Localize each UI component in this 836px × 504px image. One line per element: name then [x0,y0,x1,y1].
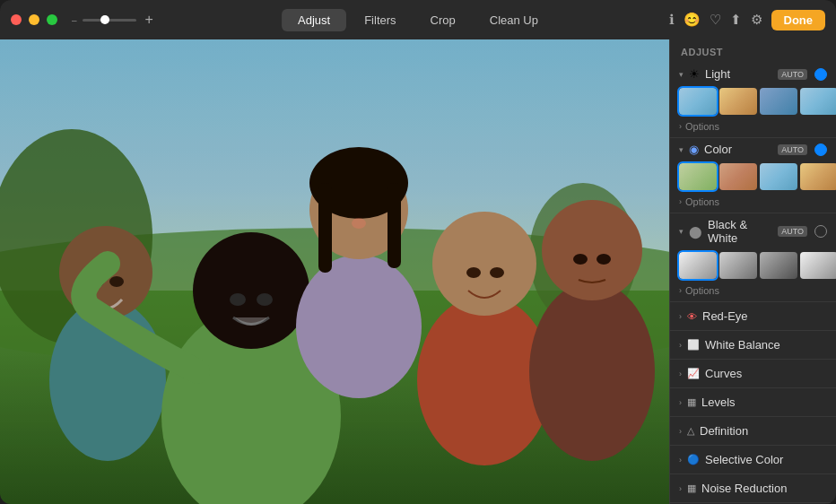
chevron-wb-icon: › [679,341,682,350]
bw-thumb-0[interactable] [679,252,717,279]
chevron-curves-icon: › [679,369,682,378]
light-thumb-3[interactable] [800,88,836,115]
color-title: Color [704,143,774,156]
options-arrow-icon: › [679,122,682,131]
tools-icon[interactable]: ⚙ [751,12,762,28]
zoom-out-icon: – [72,15,77,25]
light-thumb-1[interactable] [719,88,757,115]
done-button[interactable]: Done [771,10,826,30]
adj-section-light: ▾ ☀ Light AUTO › Options [670,63,836,138]
bw-thumb-3[interactable] [800,252,836,279]
color-options[interactable]: › Options [670,195,836,213]
titlebar: – + Adjust Filters Crop Clean Up ℹ 😊 ♡ ⬆… [0,0,836,39]
bw-thumbnails [670,249,836,283]
chevron-red-eye-icon: › [679,312,682,321]
zoom-slider-area[interactable]: – + [72,12,153,28]
minimize-button[interactable] [29,14,39,25]
zoom-track[interactable] [83,19,136,22]
adj-item-noise-reduction[interactable]: › ▦ Noise Reduction [670,474,836,503]
bw-toggle[interactable] [814,225,827,238]
svg-rect-27 [0,39,669,504]
zoom-in-button[interactable]: + [145,12,153,28]
emoji-icon[interactable]: 😊 [684,12,701,28]
adj-item-curves[interactable]: › 📈 Curves [670,360,836,388]
light-thumb-2[interactable] [760,88,797,115]
color-icon: ◉ [689,143,699,156]
tab-crop[interactable]: Crop [414,9,472,31]
color-options-label: Options [685,196,719,207]
adj-header-bw[interactable]: ▾ ⬤ Black & White AUTO [670,213,836,249]
selective-color-title: Selective Color [705,453,827,466]
color-auto-badge[interactable]: AUTO [778,144,807,155]
chevron-color-icon: ▾ [679,145,684,154]
traffic-lights [11,14,57,25]
adj-item-selective-color[interactable]: › 🔵 Selective Color [670,446,836,474]
adj-item-white-balance[interactable]: › ⬜ White Balance [670,331,836,360]
adj-header-light[interactable]: ▾ ☀ Light AUTO [670,63,836,85]
light-options[interactable]: › Options [670,119,836,137]
curves-title: Curves [705,367,827,380]
chevron-levels-icon: › [679,398,682,407]
panel-header: ADJUST [670,39,836,63]
adj-header-color[interactable]: ▾ ◉ Color AUTO [670,138,836,161]
adj-item-red-eye[interactable]: › 👁 Red-Eye [670,302,836,331]
chevron-nr-icon: › [679,484,682,493]
red-eye-icon: 👁 [687,311,697,322]
light-icon: ☀ [689,67,700,81]
right-panel: ADJUST ▾ ☀ Light AUTO [669,39,836,504]
tab-filters[interactable]: Filters [348,9,412,31]
tab-cleanup[interactable]: Clean Up [474,9,554,31]
tab-adjust[interactable]: Adjust [282,9,346,31]
adj-item-definition[interactable]: › △ Definition [670,417,836,446]
light-thumb-0[interactable] [679,88,717,115]
maximize-button[interactable] [47,14,57,25]
levels-title: Levels [701,395,827,409]
zoom-thumb[interactable] [100,15,109,24]
adj-section-color: ▾ ◉ Color AUTO › Options [670,138,836,213]
light-title: Light [705,67,774,81]
light-toggle[interactable] [814,68,827,81]
chevron-bw-icon: ▾ [679,227,684,236]
adj-item-levels[interactable]: › ▦ Levels [670,388,836,417]
adj-section-bw: ▾ ⬤ Black & White AUTO › Options [670,213,836,302]
bw-thumb-2[interactable] [760,252,797,279]
nav-tabs: Adjust Filters Crop Clean Up [282,9,554,31]
info-icon[interactable]: ℹ [669,12,675,28]
share-icon[interactable]: ⬆ [730,12,742,28]
light-auto-badge[interactable]: AUTO [778,69,807,80]
photo-svg [0,39,669,504]
color-options-arrow-icon: › [679,197,682,206]
close-button[interactable] [11,14,22,25]
definition-icon: △ [687,425,694,437]
panel-scroll[interactable]: ▾ ☀ Light AUTO › Options [670,63,836,504]
bw-title: Black & White [708,218,774,245]
heart-icon[interactable]: ♡ [710,12,721,28]
color-thumb-2[interactable] [760,163,797,190]
photo-area [0,39,669,504]
selective-color-icon: 🔵 [687,454,700,465]
bw-icon: ⬤ [689,225,702,239]
chevron-light-icon: ▾ [679,70,684,79]
red-eye-title: Red-Eye [702,309,827,323]
chevron-sc-icon: › [679,456,682,465]
definition-title: Definition [700,424,827,438]
levels-icon: ▦ [687,396,696,408]
bw-options[interactable]: › Options [670,283,836,301]
light-options-label: Options [685,121,719,132]
color-thumb-1[interactable] [719,163,757,190]
color-thumb-3[interactable] [800,163,836,190]
white-balance-title: White Balance [705,338,827,352]
bw-options-label: Options [685,285,719,296]
noise-reduction-title: Noise Reduction [701,482,827,495]
main-content: ADJUST ▾ ☀ Light AUTO [0,39,836,504]
titlebar-right: ℹ 😊 ♡ ⬆ ⚙ Done [669,10,826,30]
color-thumb-0[interactable] [679,163,717,190]
chevron-def-icon: › [679,427,682,436]
wb-icon: ⬜ [687,339,700,351]
bw-thumb-1[interactable] [719,252,757,279]
bw-auto-badge[interactable]: AUTO [778,226,807,237]
curves-icon: 📈 [687,368,700,379]
noise-reduction-icon: ▦ [687,482,696,494]
color-toggle[interactable] [814,143,827,156]
color-thumbnails [670,161,836,195]
